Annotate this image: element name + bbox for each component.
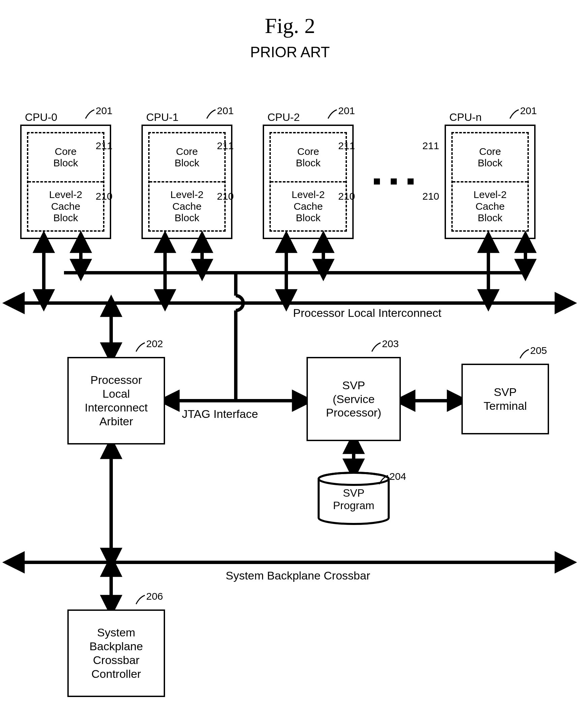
figure-title: Fig. 2: [0, 14, 580, 38]
svp-program-ref: 204: [389, 471, 406, 482]
svp-terminal-label: SVPTerminal: [484, 385, 527, 413]
svp-terminal-box: SVPTerminal: [461, 364, 549, 434]
cpu-1-core: CoreBlock: [150, 133, 224, 181]
cpu-2-ref: 201: [338, 105, 355, 116]
cpu-0-inner: CoreBlock Level-2CacheBlock: [27, 132, 104, 232]
arbiter-ref: 202: [146, 338, 163, 349]
ellipsis-dot-1: [374, 179, 380, 184]
arbiter-box: ProcessorLocalInterconnectArbiter: [67, 357, 165, 444]
cpu-1-ref: 201: [217, 105, 234, 116]
svp-ref: 203: [382, 338, 399, 349]
cpu-2-label: CPU-2: [268, 111, 300, 124]
cpu-2-cache: Level-2CacheBlock: [271, 182, 346, 230]
cpu-1-cacheref: 210: [217, 190, 234, 202]
cpu-0-label: CPU-0: [25, 111, 57, 124]
ellipsis-dot-2: [391, 179, 397, 184]
cpu-1-inner: CoreBlock Level-2CacheBlock: [148, 132, 226, 232]
cpu-0-core: CoreBlock: [28, 133, 103, 181]
ellipsis-dot-3: [407, 179, 413, 184]
cpu-1-cache: Level-2CacheBlock: [150, 182, 224, 230]
cpu-2-core: CoreBlock: [271, 133, 346, 181]
cpu-0-cache: Level-2CacheBlock: [28, 182, 103, 230]
cpu-n-coreref: 211: [422, 140, 439, 152]
cpu-2-inner: CoreBlock Level-2CacheBlock: [270, 132, 347, 232]
cpu-n-cacheref: 210: [422, 190, 439, 202]
cpu-n-cache: Level-2CacheBlock: [453, 182, 527, 230]
cpu-0-cacheref: 210: [96, 190, 112, 202]
cpu-1-coreref: 211: [217, 140, 234, 152]
jtag-label: JTAG Interface: [182, 408, 258, 421]
cpu-n-label: CPU-n: [449, 111, 482, 124]
local-interconnect-label: Processor Local Interconnect: [293, 306, 441, 319]
figure-subtitle: PRIOR ART: [0, 44, 580, 61]
controller-label: SystemBackplaneCrossbarController: [90, 626, 143, 680]
svp-program-label: SVPProgram: [317, 487, 391, 512]
controller-box: SystemBackplaneCrossbarController: [67, 609, 165, 697]
cpu-1-label: CPU-1: [146, 111, 178, 124]
backplane-label: System Backplane Crossbar: [226, 569, 370, 582]
cpu-2-cacheref: 210: [338, 190, 355, 202]
cpu-0-ref: 201: [96, 105, 112, 116]
arbiter-label: ProcessorLocalInterconnectArbiter: [84, 373, 148, 428]
svp-terminal-ref: 205: [530, 345, 547, 356]
cpu-n-ref: 201: [520, 105, 537, 116]
svp-label: SVP(ServiceProcessor): [326, 379, 381, 420]
cpu-n-box: CPU-n CoreBlock Level-2CacheBlock: [445, 125, 535, 239]
cpu-n-core: CoreBlock: [453, 133, 527, 181]
svp-box: SVP(ServiceProcessor): [306, 357, 401, 441]
cpu-n-inner: CoreBlock Level-2CacheBlock: [451, 132, 529, 232]
controller-ref: 206: [146, 591, 163, 602]
cpu-0-coreref: 211: [96, 140, 112, 152]
cpu-2-coreref: 211: [338, 140, 355, 152]
